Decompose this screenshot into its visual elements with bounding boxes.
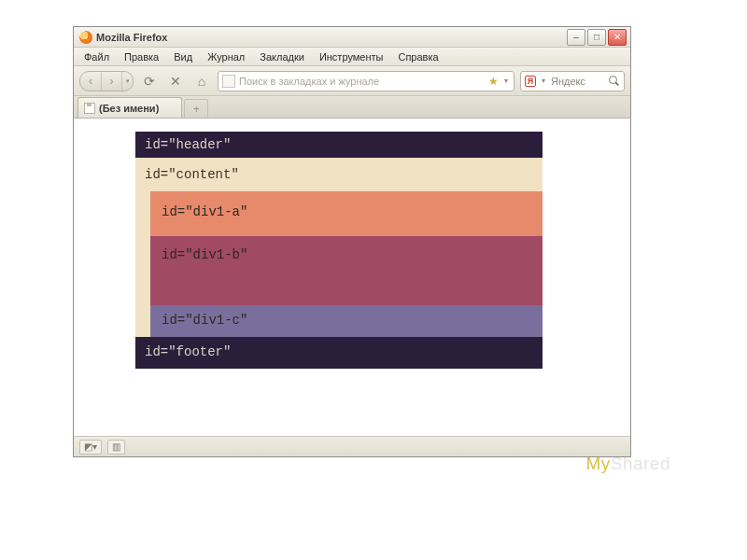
menu-view[interactable]: Вид — [167, 49, 199, 64]
bookmark-star-icon[interactable]: ★ — [488, 75, 499, 88]
yandex-icon: Я — [525, 76, 536, 87]
status-segment[interactable]: ▥ — [107, 440, 125, 455]
search-bar[interactable]: Я ▾ Яндекс — [520, 71, 625, 91]
menu-tools[interactable]: Инструменты — [313, 49, 390, 64]
nav-history-dropdown[interactable]: ▾ — [121, 72, 133, 91]
nav-pill: ‹ › ▾ — [79, 71, 134, 91]
menu-edit[interactable]: Правка — [118, 49, 165, 64]
window-title: Mozilla Firefox — [96, 32, 167, 43]
url-bar[interactable]: Поиск в закладках и журнале ★ ▾ — [218, 71, 514, 91]
reload-button[interactable]: ⟳ — [139, 71, 160, 91]
layout-diagram: id="header" id="content" id="div1-a" id=… — [135, 132, 543, 369]
browser-window: Mozilla Firefox – □ ✕ Файл Правка Вид Жу… — [73, 26, 631, 457]
menu-help[interactable]: Справка — [391, 49, 444, 64]
menu-history[interactable]: Журнал — [201, 49, 251, 64]
tab-label: (Без имени) — [99, 103, 159, 114]
page-viewport: id="header" id="content" id="div1-a" id=… — [74, 119, 630, 436]
url-placeholder: Поиск в закладках и журнале — [239, 76, 485, 87]
menu-bookmarks[interactable]: Закладки — [253, 49, 311, 64]
window-controls: – □ ✕ — [567, 29, 627, 46]
forward-button[interactable]: › — [101, 72, 121, 91]
layout-footer: id="footer" — [135, 337, 543, 369]
layout-div1-b: id="div1-b" — [150, 236, 543, 305]
back-button[interactable]: ‹ — [80, 72, 101, 91]
toolbar: ‹ › ▾ ⟳ ✕ ⌂ Поиск в закладках и журнале … — [74, 66, 630, 96]
page-icon — [84, 103, 95, 114]
titlebar: Mozilla Firefox – □ ✕ — [74, 27, 630, 48]
plus-icon: + — [193, 103, 200, 116]
search-provider-label: Яндекс — [551, 76, 605, 87]
url-dropdown-icon[interactable]: ▾ — [502, 77, 510, 85]
search-icon[interactable] — [609, 76, 620, 87]
stop-button[interactable]: ✕ — [165, 71, 186, 91]
page-icon — [222, 75, 235, 88]
menu-file[interactable]: Файл — [78, 49, 116, 64]
layout-header: id="header" — [135, 132, 543, 158]
layout-div1-c: id="div1-c" — [150, 305, 543, 337]
maximize-button[interactable]: □ — [587, 29, 606, 46]
watermark: MyShared — [585, 454, 670, 474]
watermark-prefix: My — [585, 454, 610, 473]
firefox-icon — [79, 31, 92, 44]
close-button[interactable]: ✕ — [608, 29, 627, 46]
tab-active[interactable]: (Без имени) — [78, 97, 182, 118]
minimize-button[interactable]: – — [567, 29, 585, 46]
layout-content: id="content" id="div1-a" id="div1-b" id=… — [135, 158, 543, 337]
new-tab-button[interactable]: + — [184, 99, 208, 118]
watermark-suffix: Shared — [611, 454, 670, 473]
status-segment[interactable]: ◩▾ — [79, 440, 102, 455]
search-engine-dropdown[interactable]: ▾ — [540, 77, 547, 85]
statusbar: ◩▾ ▥ — [74, 436, 630, 456]
tabstrip: (Без имени) + — [74, 96, 630, 119]
layout-content-label: id="content" — [145, 165, 533, 191]
layout-div1-a: id="div1-a" — [150, 191, 543, 236]
home-button[interactable]: ⌂ — [191, 71, 212, 91]
menubar: Файл Правка Вид Журнал Закладки Инструме… — [74, 48, 630, 66]
